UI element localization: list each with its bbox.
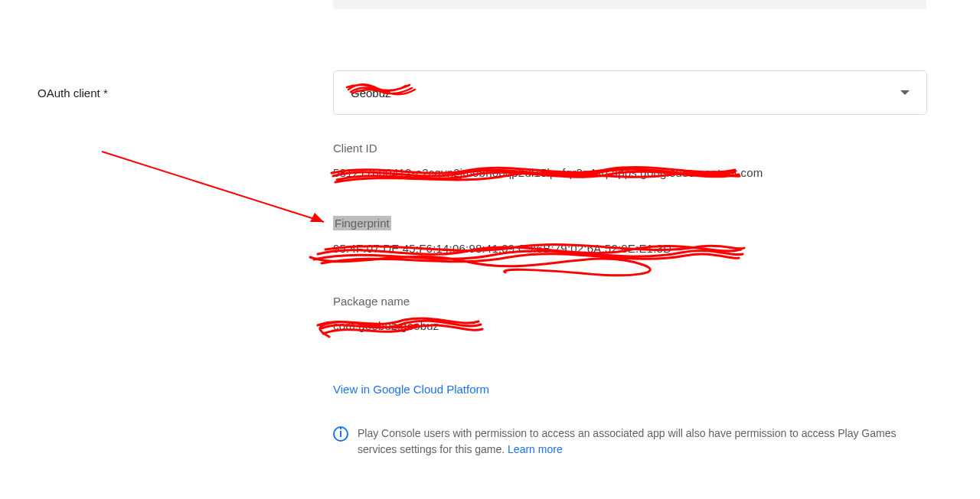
oauth-select-value: Geobuz — [351, 86, 391, 99]
permission-notice: Play Console users with permission to ac… — [333, 426, 916, 458]
svg-marker-1 — [310, 213, 324, 222]
client-id-block: Client ID 581217600412-e2cqvn2jmobh0bqp2… — [333, 142, 763, 179]
client-id-label: Client ID — [333, 142, 763, 155]
svg-line-0 — [102, 152, 324, 222]
chevron-down-icon — [900, 90, 910, 95]
view-in-gcp-link[interactable]: View in Google Cloud Platform — [333, 383, 489, 396]
grey-header-remnant — [333, 0, 926, 9]
oauth-client-select[interactable]: Geobuz — [333, 70, 927, 115]
notice-text-body: Play Console users with permission to ac… — [358, 427, 896, 455]
package-name-label: Package name — [333, 295, 439, 308]
annotation-arrow — [96, 145, 341, 237]
fingerprint-label: Fingerprint — [333, 216, 391, 230]
oauth-client-row: OAuth client * Geobuz — [38, 70, 927, 115]
client-id-value: 581217600412-e2cqvn2jmobh0bqp2ul15lpcfqr… — [333, 166, 763, 179]
fingerprint-value: 95:4F:07:DE:45:F6:14:06:98:41:09:C3:6B:7… — [333, 242, 671, 255]
notice-text: Play Console users with permission to ac… — [358, 426, 916, 458]
oauth-client-label: OAuth client * — [38, 70, 333, 99]
package-name-value: com.geobuz.geobuz — [333, 319, 439, 332]
package-name-block: Package name com.geobuz.geobuz — [333, 295, 439, 332]
fingerprint-block: Fingerprint 95:4F:07:DE:45:F6:14:06:98:4… — [333, 216, 671, 255]
learn-more-link[interactable]: Learn more — [508, 443, 563, 455]
info-icon — [333, 426, 348, 442]
